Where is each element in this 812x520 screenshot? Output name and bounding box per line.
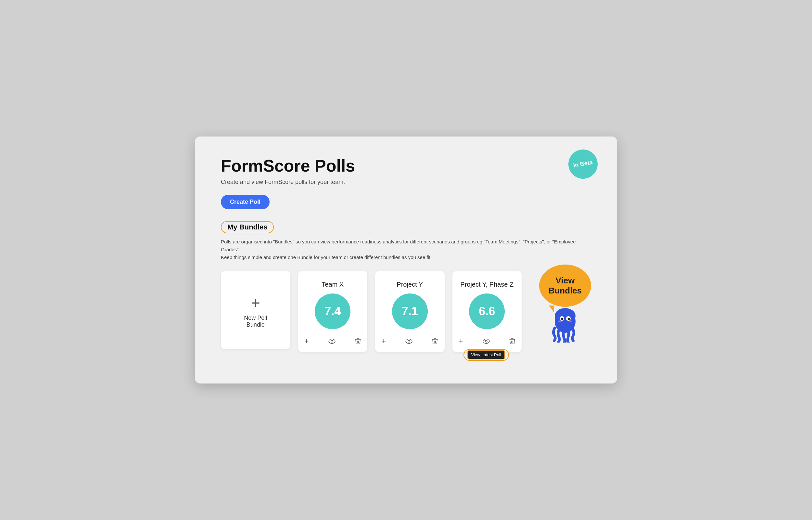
add-poll-button-project-y[interactable]: + [382, 337, 386, 345]
svg-point-7 [561, 318, 563, 320]
bundles-description: Polls are organised into "Bundles" so yo… [221, 238, 578, 261]
svg-point-2 [485, 340, 487, 342]
delete-bundle-button-project-y-phase-z[interactable] [509, 338, 515, 344]
score-value-project-y-phase-z: 6.6 [479, 305, 495, 318]
score-circle-project-y: 7.1 [392, 293, 428, 329]
bundle-name-project-y-phase-z: Project Y, Phase Z [460, 281, 513, 288]
view-latest-poll-tooltip: View Latest Poll [467, 350, 505, 360]
view-latest-poll-label: View Latest Poll [471, 352, 501, 357]
score-value-team-x: 7.4 [325, 305, 341, 318]
add-bundle-icon: + [251, 295, 260, 311]
bundles-desc-line1: Polls are organised into "Bundles" so yo… [221, 239, 576, 252]
svg-point-9 [558, 320, 562, 322]
score-circle-project-y-phase-z: 6.6 [469, 293, 505, 329]
bundles-desc-line2: Keep things simple and create one Bundle… [221, 255, 432, 260]
view-bundle-button-team-x[interactable] [328, 339, 336, 344]
beta-badge: In Beta [566, 147, 600, 181]
view-bundle-button-project-y[interactable] [405, 339, 413, 344]
beta-label: In Beta [573, 159, 593, 169]
view-bundles-bubble[interactable]: ViewBundles [539, 264, 591, 307]
bundle-name-project-y: Project Y [397, 281, 423, 288]
svg-point-0 [331, 340, 333, 342]
new-poll-bundle-label: New PollBundle [244, 315, 267, 328]
new-poll-bundle-card[interactable]: + New PollBundle [221, 271, 290, 349]
score-value-project-y: 7.1 [402, 305, 418, 318]
delete-bundle-button-project-y[interactable] [432, 338, 438, 344]
bundles-heading-wrapper: My Bundles [221, 221, 274, 233]
mascot-area: ViewBundles [539, 264, 591, 342]
bundles-heading: My Bundles [221, 221, 274, 233]
create-poll-button[interactable]: Create Poll [221, 195, 270, 209]
bundles-section: My Bundles Polls are organised into "Bun… [221, 221, 591, 261]
cards-row: + New PollBundle Team X 7.4 + [221, 271, 591, 352]
svg-point-8 [568, 318, 570, 320]
delete-bundle-button-team-x[interactable] [355, 338, 361, 344]
card-actions-team-x: + [305, 334, 361, 345]
bundle-card-project-y-phase-z: Project Y, Phase Z 6.6 + View Latest Pol… [452, 271, 522, 352]
main-window: In Beta FormScore Polls Create and view … [195, 136, 617, 384]
card-actions-project-y: + [382, 334, 438, 345]
score-circle-team-x: 7.4 [315, 293, 351, 329]
bundle-name-team-x: Team X [321, 281, 344, 288]
card-actions-project-y-phase-z: + View Latest Poll [459, 334, 515, 345]
page-subtitle: Create and view FormScore polls for your… [221, 179, 591, 186]
view-bundle-button-project-y-phase-z[interactable]: View Latest Poll [483, 339, 490, 344]
page-title: FormScore Polls [221, 156, 591, 176]
add-poll-button-project-y-phase-z[interactable]: + [459, 337, 463, 345]
svg-point-4 [555, 308, 576, 324]
add-poll-button-team-x[interactable]: + [305, 337, 309, 345]
svg-point-1 [408, 340, 410, 342]
view-bundles-label: ViewBundles [549, 276, 582, 296]
bundle-card-project-y: Project Y 7.1 + [375, 271, 445, 352]
bundle-card-team-x: Team X 7.4 + [298, 271, 368, 352]
svg-point-10 [569, 320, 572, 322]
